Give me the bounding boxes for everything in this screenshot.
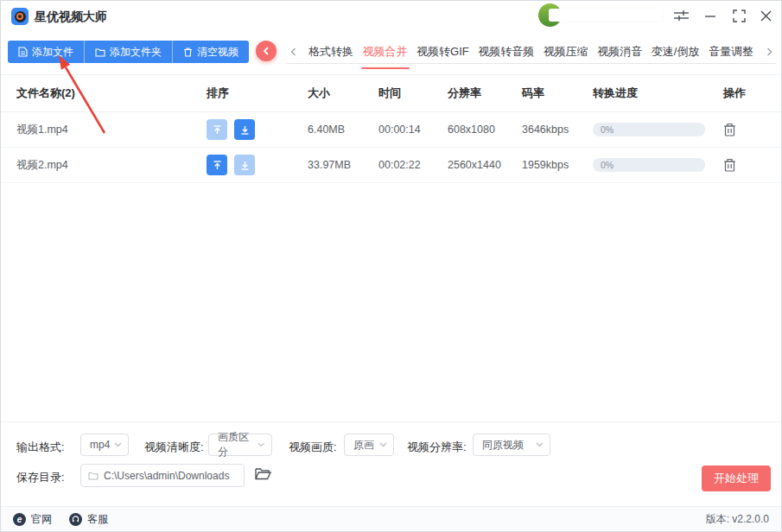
sort-controls: [207, 119, 255, 140]
save-dir-input[interactable]: C:\Users\admin\Downloads: [80, 464, 245, 487]
tabs-scroll-right-icon[interactable]: [762, 48, 776, 56]
app-logo-icon: [11, 8, 29, 25]
minimize-icon[interactable]: [701, 6, 720, 25]
header-time: 时间: [378, 86, 401, 101]
tab-volume-adjust[interactable]: 音量调整: [707, 40, 755, 64]
header-progress: 转换进度: [593, 86, 638, 101]
table-header: 文件名称(2) 排序 大小 时间 分辨率 码率 转换进度 操作: [1, 75, 782, 112]
move-up-button[interactable]: [207, 155, 227, 175]
clarity-label: 视频清晰度:: [144, 440, 204, 455]
file-size: 33.97MB: [308, 159, 351, 171]
file-size: 6.40MB: [308, 124, 345, 136]
collapse-back-button[interactable]: [256, 41, 277, 61]
maximize-icon[interactable]: [729, 6, 748, 25]
save-dir-label: 保存目录:: [16, 470, 65, 485]
progress-bar: 0%: [593, 123, 705, 136]
output-format-select[interactable]: mp4: [80, 434, 129, 456]
chevron-down-icon: [379, 442, 387, 447]
start-processing-button[interactable]: 开始处理: [702, 466, 771, 491]
clear-videos-button[interactable]: 清空视频: [173, 41, 249, 63]
output-format-value: mp4: [90, 439, 110, 451]
add-folder-button[interactable]: 添加文件夹: [85, 41, 173, 63]
folder-open-icon: [255, 467, 271, 480]
website-label: 官网: [31, 512, 52, 527]
move-down-button[interactable]: [234, 155, 255, 175]
tabs-scroll-left-icon[interactable]: [286, 48, 300, 56]
customer-support-link[interactable]: 客服: [69, 512, 108, 527]
tab-speed-reverse[interactable]: 变速/倒放: [650, 40, 702, 64]
delete-file-button[interactable]: [723, 158, 736, 173]
tab-video-mute[interactable]: 视频消音: [595, 40, 644, 64]
tab-format-convert[interactable]: 格式转换: [307, 40, 355, 64]
tab-video-compress[interactable]: 视频压缩: [542, 40, 590, 64]
quality-value: 原画: [353, 438, 374, 453]
trash-icon: [723, 123, 736, 137]
move-up-button[interactable]: [207, 119, 227, 140]
header-actions: 操作: [723, 86, 746, 101]
add-file-label: 添加文件: [32, 45, 73, 60]
progress-bar: 0%: [593, 158, 705, 172]
trash-icon: [183, 47, 193, 57]
sort-controls: [207, 155, 255, 175]
quality-label: 视频画质:: [289, 440, 337, 455]
folder-icon: [88, 472, 99, 480]
clarity-value: 画质区分: [218, 430, 257, 459]
file-name: 视频2.mp4: [16, 158, 68, 173]
trash-icon: [723, 158, 736, 173]
close-icon[interactable]: [756, 6, 775, 25]
table-row: 视频2.mp4 33.97MB 00:02:22 2560x1440 1959k…: [1, 148, 782, 183]
app-window: 星优视频大师 添加文件 添加文件夹: [0, 0, 782, 532]
file-bitrate: 3646kbps: [522, 124, 569, 136]
tab-video-merge[interactable]: 视频合并: [361, 40, 410, 64]
header-resolution: 分辨率: [448, 86, 481, 101]
website-icon: e: [13, 513, 26, 526]
header-sort: 排序: [207, 86, 229, 101]
header-bitrate: 码率: [522, 86, 544, 101]
divider: [1, 421, 781, 422]
arrow-up-icon: [212, 124, 223, 136]
file-duration: 00:02:22: [378, 159, 421, 171]
app-title: 星优视频大师: [35, 10, 107, 25]
progress-value: 0%: [601, 124, 614, 135]
add-file-button[interactable]: 添加文件: [8, 41, 85, 63]
add-folder-label: 添加文件夹: [110, 45, 162, 60]
quality-select[interactable]: 原画: [344, 434, 394, 456]
tab-list: 格式转换 视频合并 视频转GIF 视频转音频 视频压缩 视频消音 变速/倒放 音…: [300, 40, 762, 64]
support-label: 客服: [87, 512, 108, 527]
chevron-left-icon: [263, 47, 270, 55]
arrow-down-icon: [239, 124, 251, 136]
clear-videos-label: 清空视频: [197, 45, 238, 60]
official-website-link[interactable]: e 官网: [13, 512, 52, 527]
folder-icon: [95, 48, 105, 57]
header-size: 大小: [308, 86, 330, 101]
clarity-select[interactable]: 画质区分: [208, 434, 272, 456]
header-filename: 文件名称(2): [16, 86, 75, 101]
arrow-up-icon: [212, 160, 223, 171]
tab-video-to-gif[interactable]: 视频转GIF: [415, 40, 471, 64]
resolution-value: 同原视频: [482, 438, 524, 453]
arrow-down-icon: [239, 160, 251, 171]
mode-tabbar: 格式转换 视频合并 视频转GIF 视频转音频 视频压缩 视频消音 变速/倒放 音…: [286, 40, 776, 64]
move-down-button[interactable]: [234, 119, 255, 140]
file-icon: [18, 47, 28, 57]
resolution-select[interactable]: 同原视频: [473, 434, 550, 456]
file-toolbar: 添加文件 添加文件夹 清空视频: [8, 41, 249, 63]
progress-value: 0%: [601, 160, 614, 170]
browse-folder-button[interactable]: [255, 467, 271, 484]
chevron-down-icon: [257, 442, 265, 447]
delete-file-button[interactable]: [723, 123, 736, 137]
footer: e 官网 客服 版本: v2.2.0.0: [1, 506, 781, 531]
chevron-down-icon: [536, 442, 544, 447]
username-redacted-box: [549, 9, 663, 22]
titlebar: 星优视频大师: [1, 1, 781, 35]
file-name: 视频1.mp4: [16, 123, 68, 137]
save-dir-value: C:\Users\admin\Downloads: [104, 470, 229, 482]
version-text: 版本: v2.2.0.0: [706, 512, 769, 527]
chevron-down-icon: [114, 442, 122, 447]
file-bitrate: 1959kbps: [522, 159, 569, 171]
resolution-label: 视频分辨率:: [407, 440, 467, 455]
settings-sliders-icon[interactable]: [671, 6, 690, 25]
tab-video-to-audio[interactable]: 视频转音频: [476, 40, 536, 64]
file-resolution: 608x1080: [448, 124, 495, 136]
output-format-label: 输出格式:: [16, 440, 65, 455]
